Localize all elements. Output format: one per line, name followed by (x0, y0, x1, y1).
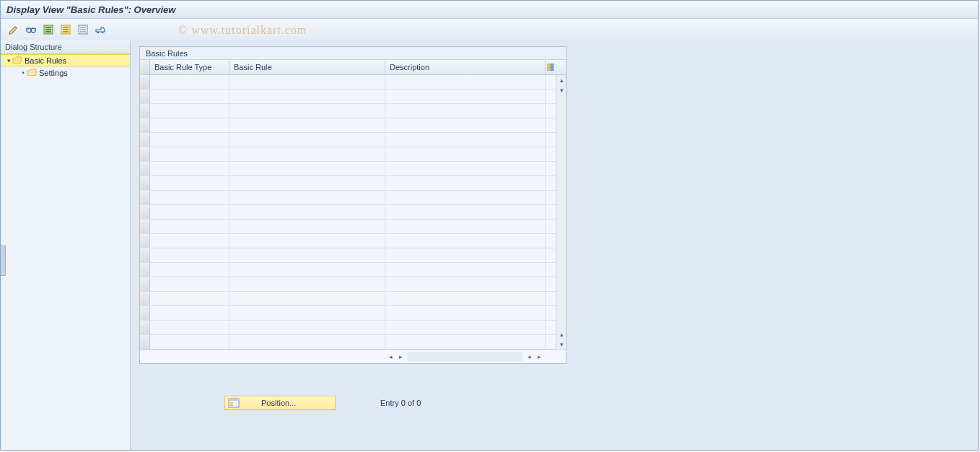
table-row[interactable] (140, 321, 556, 335)
cell-basic-rule[interactable] (229, 90, 385, 103)
row-selector[interactable] (140, 176, 150, 190)
table-row[interactable] (140, 277, 556, 292)
deselect-all-button[interactable] (76, 22, 90, 37)
row-selector[interactable] (140, 248, 150, 262)
cell-basic-rule[interactable] (229, 162, 385, 175)
cell-basic-rule-type[interactable] (150, 321, 229, 334)
cell-basic-rule-type[interactable] (150, 191, 229, 204)
cell-basic-rule-type[interactable] (150, 335, 229, 349)
detail-view-button[interactable] (24, 22, 38, 37)
row-selector[interactable] (140, 162, 150, 175)
cell-description[interactable] (385, 90, 546, 103)
scroll-down-icon[interactable]: ▴ (556, 329, 566, 339)
scroll-up-start-icon[interactable]: ▴ (556, 75, 566, 85)
toggle-change-button[interactable] (6, 22, 21, 37)
cell-description[interactable] (385, 75, 546, 89)
scroll-up-icon[interactable]: ▾ (556, 85, 566, 95)
cell-description[interactable] (385, 104, 546, 118)
row-selector[interactable] (140, 263, 150, 277)
table-row[interactable] (140, 248, 556, 263)
table-row[interactable] (140, 335, 556, 349)
cell-basic-rule-type[interactable] (150, 90, 229, 103)
cell-basic-rule-type[interactable] (150, 205, 229, 219)
row-selector[interactable] (140, 147, 150, 161)
transport-button[interactable] (93, 22, 108, 37)
row-selector[interactable] (140, 306, 150, 320)
table-row[interactable] (140, 176, 556, 191)
table-row[interactable] (140, 205, 556, 220)
sidebar-resize-handle[interactable] (1, 245, 6, 276)
row-selector[interactable] (140, 133, 150, 147)
row-selector[interactable] (140, 292, 150, 305)
row-selector[interactable] (140, 191, 150, 204)
table-row[interactable] (140, 220, 556, 234)
cell-description[interactable] (385, 191, 546, 204)
scroll-right-icon[interactable]: ◂ (524, 352, 534, 362)
column-header-description[interactable]: Description (385, 60, 546, 74)
table-row[interactable] (140, 147, 556, 162)
table-settings-button[interactable] (546, 60, 556, 74)
cell-description[interactable] (385, 263, 546, 277)
cell-basic-rule-type[interactable] (150, 263, 229, 277)
row-selector-header[interactable] (140, 60, 150, 74)
scroll-track[interactable] (407, 352, 522, 361)
cell-basic-rule-type[interactable] (150, 248, 229, 262)
cell-basic-rule[interactable] (229, 75, 385, 89)
cell-basic-rule-type[interactable] (150, 162, 229, 175)
table-row[interactable] (140, 292, 556, 306)
cell-basic-rule[interactable] (229, 306, 385, 320)
scroll-down-end-icon[interactable]: ▾ (556, 339, 566, 349)
scroll-right-end-icon[interactable]: ▸ (534, 352, 544, 362)
cell-description[interactable] (385, 292, 546, 305)
row-selector[interactable] (140, 90, 150, 103)
cell-description[interactable] (385, 162, 546, 175)
row-selector[interactable] (140, 321, 150, 334)
row-selector[interactable] (140, 335, 150, 349)
table-row[interactable] (140, 234, 556, 248)
cell-description[interactable] (385, 147, 546, 161)
scroll-left-icon[interactable]: ▸ (395, 352, 406, 362)
table-row[interactable] (140, 118, 556, 133)
cell-basic-rule-type[interactable] (150, 104, 229, 118)
cell-basic-rule-type[interactable] (150, 75, 229, 89)
table-row[interactable] (140, 90, 556, 104)
row-selector[interactable] (140, 75, 150, 89)
table-row[interactable] (140, 104, 556, 118)
cell-basic-rule-type[interactable] (150, 133, 229, 147)
row-selector[interactable] (140, 104, 150, 118)
table-row[interactable] (140, 133, 556, 147)
table-row[interactable] (140, 263, 556, 277)
cell-description[interactable] (385, 321, 546, 334)
column-header-basic-rule-type[interactable]: Basic Rule Type (150, 60, 229, 74)
cell-basic-rule[interactable] (229, 205, 385, 219)
cell-basic-rule-type[interactable] (150, 292, 229, 305)
cell-description[interactable] (385, 248, 546, 262)
cell-basic-rule-type[interactable] (150, 277, 229, 291)
cell-description[interactable] (385, 234, 546, 248)
cell-basic-rule[interactable] (229, 277, 385, 291)
tree-node-settings[interactable]: • Settings (1, 66, 130, 79)
cell-description[interactable] (385, 176, 546, 190)
cell-basic-rule[interactable] (229, 118, 385, 132)
cell-basic-rule[interactable] (229, 335, 385, 349)
select-block-button[interactable] (58, 22, 73, 37)
cell-basic-rule[interactable] (229, 263, 385, 277)
position-button[interactable]: Position... (224, 396, 336, 410)
row-selector[interactable] (140, 118, 150, 132)
cell-basic-rule[interactable] (229, 104, 385, 118)
tree-node-basic-rules[interactable]: ▾ Basic Rules (1, 54, 130, 66)
cell-basic-rule[interactable] (229, 234, 385, 248)
row-selector[interactable] (140, 277, 150, 291)
cell-description[interactable] (385, 277, 546, 291)
cell-description[interactable] (385, 306, 546, 320)
table-row[interactable] (140, 306, 556, 321)
row-selector[interactable] (140, 205, 150, 219)
cell-basic-rule-type[interactable] (150, 176, 229, 190)
vertical-scrollbar[interactable]: ▴ ▾ ▴ ▾ (556, 75, 566, 349)
row-selector[interactable] (140, 234, 150, 248)
tree-expand-icon[interactable]: ▾ (5, 57, 12, 64)
cell-basic-rule[interactable] (229, 176, 385, 190)
cell-basic-rule-type[interactable] (150, 118, 229, 132)
cell-description[interactable] (385, 205, 546, 219)
cell-basic-rule[interactable] (229, 248, 385, 262)
